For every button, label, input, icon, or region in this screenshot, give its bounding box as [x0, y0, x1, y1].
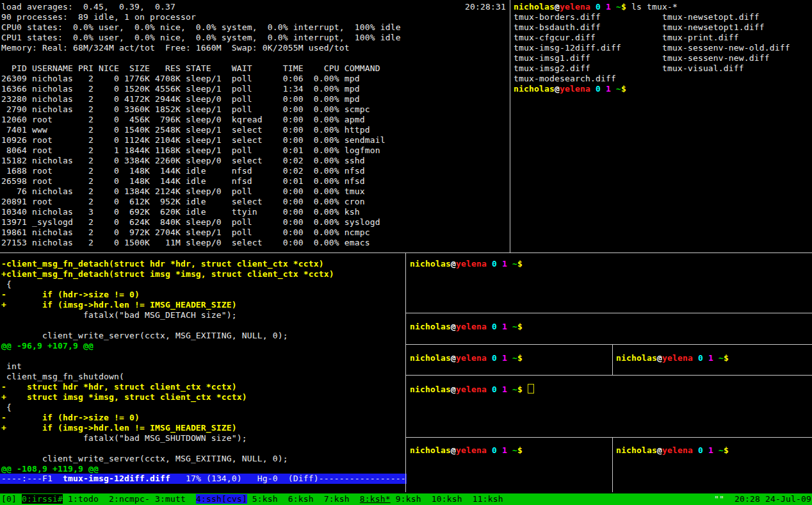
terminal-line: PID USERNAME PRI NICE SIZE RES STATE WAI…: [1, 63, 401, 74]
terminal-line: 90 processes: 89 idle, 1 on processor: [1, 12, 401, 22]
prompt-jobs-count: 1: [502, 353, 507, 363]
terminal-line: fatalx("bad MSG_SHUTDOWN size");: [1, 433, 334, 443]
top-clock: 20:28:31: [465, 2, 506, 12]
terminal-line: 2790 nicholas 2 0 3360K 1852K sleep/1 po…: [1, 104, 401, 115]
pane-border-right-h4: [406, 437, 812, 438]
terminal-line: 12060 root 2 0 456K 796K sleep/0 kqread …: [1, 115, 401, 125]
pane-border-cd-vertical: [612, 345, 613, 375]
prompt-at: @: [451, 259, 456, 269]
shell-pane-c-prompt[interactable]: nicholas@yelena 0 1 ~$: [410, 353, 523, 363]
terminal-line: tmux-bsdauth.diff tmux-newsetopt1.diff: [514, 22, 790, 33]
prompt-host: yelena: [456, 445, 487, 455]
prompt-dollar: $: [517, 385, 523, 394]
terminal-line: 13971 _syslogd 2 0 624K 840K sleep/0 pol…: [1, 217, 401, 228]
prompt-cwd: ~: [512, 322, 517, 331]
modeline-prefix: ----:---F1: [1, 474, 63, 483]
shell-pane-d-prompt[interactable]: nicholas@yelena 0 1 ~$: [616, 353, 729, 363]
window-item-8-last[interactable]: 8:ksh*: [360, 494, 391, 504]
terminal-line: tmux-borders.diff tmux-newsetopt.diff: [514, 12, 790, 22]
terminal-line: load averages: 0.45, 0.39, 0.37: [1, 2, 401, 12]
prompt-history-count: 0: [492, 322, 497, 331]
prompt-dollar: $: [517, 353, 523, 363]
prompt-cwd: ~: [719, 353, 724, 363]
prompt-host: yelena: [560, 84, 590, 94]
shell-pane-e-prompt-active[interactable]: nicholas@yelena 0 1 ~$: [410, 384, 534, 395]
terminal-line: @@ -96,9 +107,9 @@: [1, 341, 334, 351]
prompt-cwd: ~: [616, 2, 621, 12]
session-name: [0]: [1, 494, 22, 504]
prompt-at: @: [555, 2, 560, 12]
terminal-line: 10340 nicholas 3 0 692K 620K idle ttyin …: [1, 207, 401, 217]
modeline-info: 17% (134,0) Hg-0 (Diff)-----------------…: [170, 474, 407, 483]
terminal-line: 76 nicholas 2 0 1384K 2124K sleep/0 poll…: [1, 186, 401, 197]
prompt-host: yelena: [456, 322, 487, 331]
prompt-history-count: 0: [492, 353, 497, 363]
terminal-line: CPU1 states: 0.0% user, 0.0% nice, 0.0% …: [1, 33, 401, 43]
prompt-at: @: [657, 353, 662, 363]
prompt-host: yelena: [662, 353, 693, 363]
terminal-line: tmux-imsg-12diff.diff tmux-sessenv-new-o…: [514, 43, 790, 53]
pane-border-main-horizontal: [0, 252, 812, 253]
prompt-user: nicholas: [410, 445, 451, 455]
prompt-dollar: $: [517, 445, 523, 455]
terminal-line: Memory: Real: 68M/324M act/tot Free: 166…: [1, 43, 401, 53]
terminal-line: {: [1, 402, 334, 413]
status-right: "" 20:28 24-Jul-09: [714, 493, 811, 505]
terminal-line: client_write_server(cctx, MSG_EXITING, N…: [1, 454, 334, 464]
prompt-at: @: [451, 322, 456, 331]
terminal-line: tmux-imsg2.diff tmux-visual.diff: [514, 63, 790, 74]
window-items-1-3[interactable]: 1:todo 2:ncmpc- 3:mutt: [63, 494, 196, 504]
status-hostname-quotes: "": [714, 494, 724, 504]
window-items-5-7[interactable]: 5:ksh 6:ksh 7:ksh: [247, 494, 360, 504]
prompt-user: nicholas: [410, 259, 451, 269]
prompt-cwd: ~: [616, 84, 621, 94]
window-item-4-current[interactable]: 4:ssh[cvs]: [196, 494, 247, 504]
terminal-line: 8064 root 2 1 1844K 1168K sleep/1 poll 0…: [1, 145, 401, 156]
prompt-dollar: $: [621, 2, 626, 12]
shell-pane-g-prompt[interactable]: nicholas@yelena 0 1 ~$: [616, 445, 729, 456]
shell-pane-a-prompt[interactable]: nicholas@yelena 0 1 ~$: [410, 259, 523, 269]
window-items-9-11[interactable]: 9:ksh 10:ksh 11:ksh: [391, 494, 503, 504]
terminal-line: @@ -108,9 +119,9 @@: [1, 464, 334, 474]
top-process-pane[interactable]: load averages: 0.45, 0.39, 0.3790 proces…: [1, 2, 401, 248]
pane-border-right-h2: [406, 344, 812, 345]
prompt-user: nicholas: [616, 445, 657, 455]
prompt-history-count: 0: [492, 445, 497, 455]
shell-pane-f-prompt[interactable]: nicholas@yelena 0 1 ~$: [410, 445, 523, 456]
prompt-dollar: $: [724, 353, 729, 363]
terminal-line: 10926 root 2 0 1124K 2104K sleep/1 selec…: [1, 135, 401, 145]
pane-border-top-vertical: [510, 0, 510, 252]
terminal-line: 16366 nicholas 2 0 1520K 4556K sleep/1 p…: [1, 84, 401, 94]
prompt-user: nicholas: [514, 2, 555, 12]
emacs-buffer[interactable]: -client_msg_fn_detach(struct hdr *hdr, s…: [1, 259, 334, 474]
prompt-jobs-count: 1: [606, 84, 611, 94]
prompt-dollar: $: [517, 259, 523, 269]
shell-prompt-ls-command[interactable]: nicholas@yelena 0 1 ~$ ls tmux-*: [514, 2, 678, 12]
terminal-line: int: [1, 361, 334, 372]
terminal-line: 1688 root 2 0 148K 144K idle nfsd 0:02 0…: [1, 166, 401, 176]
prompt-user: nicholas: [410, 322, 451, 331]
typed-command: ls tmux-*: [626, 2, 678, 12]
prompt-jobs-count: 1: [502, 322, 507, 331]
prompt-at: @: [657, 445, 662, 455]
terminal-line: + if (imsg->hdr.len != IMSG_HEADER_SIZE): [1, 300, 334, 310]
terminal-line: + if (imsg->hdr.len != IMSG_HEADER_SIZE): [1, 423, 334, 433]
prompt-history-count: 0: [492, 259, 497, 269]
prompt-jobs-count: 1: [502, 259, 507, 269]
terminal-line: 27153 nicholas 2 0 1500K 11M sleep/0 sel…: [1, 238, 401, 248]
prompt-host: yelena: [456, 353, 487, 363]
pane-border-bottom-vertical: [405, 253, 406, 492]
window-item-0-irssi[interactable]: 0:irssi#: [22, 494, 63, 504]
terminal-line: - struct hdr *hdr, struct client_ctx *cc…: [1, 382, 334, 392]
ls-output: tmux-borders.diff tmux-newsetopt.difftmu…: [514, 12, 790, 84]
terminal-cursor: [528, 384, 534, 393]
prompt-user: nicholas: [410, 385, 451, 394]
prompt-jobs-count: 1: [502, 385, 507, 394]
emacs-modeline: ----:---F1 tmux-imsg-12diff.diff 17% (13…: [0, 474, 407, 484]
prompt-host: yelena: [456, 385, 487, 394]
shell-prompt-after-ls[interactable]: nicholas@yelena 0 1 ~$: [514, 84, 626, 94]
terminal-line: [1, 320, 334, 331]
prompt-dollar: $: [621, 84, 626, 94]
shell-pane-b-prompt[interactable]: nicholas@yelena 0 1 ~$: [410, 322, 523, 332]
prompt-jobs-count: 1: [708, 445, 713, 455]
